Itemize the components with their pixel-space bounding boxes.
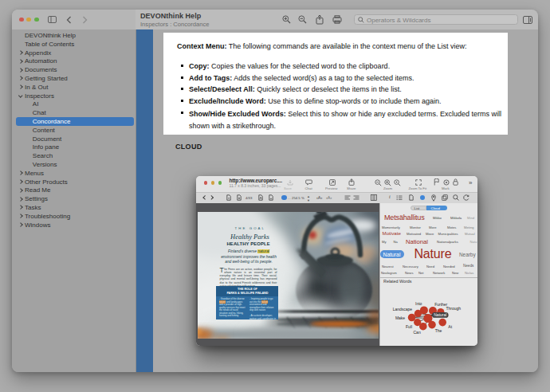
svg-text:Into: Into (415, 301, 422, 306)
svg-text:Natural: Natural (434, 312, 446, 317)
svg-text:The: The (435, 328, 442, 333)
svg-text:Can: Can (414, 329, 421, 334)
svg-text:Full: Full (406, 323, 412, 328)
svg-text:Make: Make (395, 315, 405, 319)
svg-text:Through: Through (446, 305, 461, 310)
svg-text:At: At (448, 324, 452, 329)
svg-text:Landscape: Landscape (393, 307, 413, 312)
